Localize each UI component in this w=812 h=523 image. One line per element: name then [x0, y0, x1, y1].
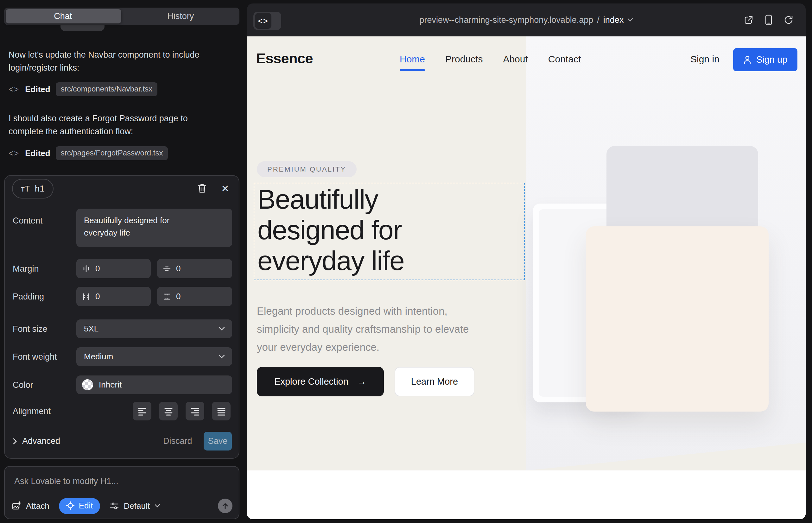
decor-card-cream [586, 227, 769, 412]
arrow-right-icon: → [357, 376, 366, 387]
font-size-label: Font size [13, 324, 48, 334]
content-label: Content [13, 216, 43, 226]
mode-select[interactable]: Default [110, 501, 160, 511]
close-icon: ✕ [221, 183, 229, 194]
hero-paragraph: Elegant products designed with intention… [257, 302, 475, 356]
padding-x-value: 0 [95, 292, 100, 301]
nav-home[interactable]: Home [400, 54, 425, 65]
chat-history-tabbar: Chat History [4, 7, 240, 25]
composer-toolbar: Attach Edit [12, 497, 232, 515]
edited-file-row[interactable]: <> Edited src/pages/ForgotPassword.tsx [8, 146, 168, 160]
delete-element-button[interactable] [196, 183, 208, 194]
color-swatch-transparent[interactable] [82, 379, 93, 390]
edit-label: Edit [79, 501, 93, 511]
composer-placeholder[interactable]: Ask Lovable to modify H1... [14, 476, 119, 486]
target-icon [66, 501, 75, 510]
chevron-down-icon [155, 504, 160, 508]
learn-more-button[interactable]: Learn More [394, 367, 474, 396]
url-bar[interactable]: preview--charming-site-symphony.lovable.… [247, 3, 806, 36]
align-justify-icon [217, 407, 226, 416]
align-center-icon [164, 407, 173, 416]
save-button[interactable]: Save [204, 432, 232, 451]
sign-up-button[interactable]: Sign up [733, 48, 797, 71]
url-separator: / [597, 15, 600, 25]
mobile-view-button[interactable] [764, 15, 773, 25]
sign-up-label: Sign up [756, 54, 787, 65]
font-size-value: 5XL [84, 324, 99, 334]
chevron-down-icon [218, 354, 225, 359]
font-weight-select[interactable]: Medium [76, 347, 232, 366]
edited-file-row[interactable]: <> Edited src/components/Navbar.tsx [8, 82, 157, 96]
code-icon: <> [8, 149, 20, 158]
align-center-button[interactable] [159, 402, 178, 420]
margin-y-value: 0 [176, 264, 180, 273]
edited-file-chip[interactable]: src/pages/ForgotPassword.tsx [56, 146, 168, 160]
refresh-button[interactable] [783, 15, 794, 25]
attach-label: Attach [26, 501, 49, 511]
element-editor-panel: тT h1 ✕ Content Beautifully designed for… [4, 175, 240, 459]
selected-element-outline[interactable]: Beautifully designed for everyday life [254, 183, 525, 280]
edited-label: Edited [25, 148, 50, 158]
margin-label: Margin [13, 264, 39, 274]
attach-image-icon [12, 501, 21, 511]
explore-label: Explore Collection [274, 376, 348, 387]
alignment-label: Alignment [13, 407, 51, 416]
chat-composer[interactable]: Ask Lovable to modify H1... Attach [4, 466, 240, 519]
tab-history[interactable]: History [122, 7, 240, 25]
close-panel-button[interactable]: ✕ [219, 183, 231, 194]
edit-mode-button[interactable]: Edit [59, 498, 100, 514]
arrow-up-icon [222, 502, 229, 510]
nav-about[interactable]: About [503, 54, 528, 65]
tab-chat[interactable]: Chat [4, 7, 122, 25]
align-right-button[interactable] [186, 402, 204, 420]
discard-button[interactable]: Discard [163, 432, 192, 451]
font-weight-value: Medium [84, 352, 113, 362]
margin-vertical-icon [163, 265, 171, 273]
padding-x-input[interactable]: 0 [76, 287, 151, 306]
sign-in-link[interactable]: Sign in [690, 54, 720, 65]
attach-button[interactable]: Attach [12, 501, 49, 511]
hero-headline[interactable]: Beautifully designed for everyday life [258, 184, 479, 276]
nav-products[interactable]: Products [445, 54, 483, 65]
chat-sidebar: Chat History Now let's update the Navbar… [0, 0, 247, 523]
align-right-icon [191, 407, 199, 416]
tab-history-label: History [167, 12, 194, 21]
mode-label: Default [124, 501, 150, 511]
selected-element-tag: h1 [35, 184, 45, 194]
margin-x-input[interactable]: 0 [76, 259, 151, 278]
padding-vertical-icon [163, 292, 171, 301]
edited-label: Edited [25, 85, 50, 94]
app-window: Chat History Now let's update the Navbar… [0, 0, 812, 523]
margin-x-value: 0 [95, 264, 100, 273]
padding-y-input[interactable]: 0 [157, 287, 232, 306]
chevron-right-icon [13, 438, 17, 445]
learn-more-label: Learn More [411, 376, 458, 387]
align-justify-button[interactable] [212, 402, 231, 420]
sliders-icon [110, 502, 119, 510]
site-nav: Home Products About Contact [400, 54, 581, 65]
selected-element-badge[interactable]: тT h1 [12, 179, 54, 198]
site-logo[interactable]: Essence [256, 50, 313, 67]
advanced-label: Advanced [22, 436, 60, 446]
code-icon: <> [8, 85, 20, 94]
nav-contact[interactable]: Contact [548, 54, 581, 65]
advanced-toggle[interactable]: Advanced [13, 432, 60, 451]
edited-file-chip[interactable]: src/components/Navbar.tsx [56, 82, 157, 96]
open-external-button[interactable] [744, 15, 754, 25]
discard-label: Discard [163, 436, 192, 446]
browser-actions [744, 3, 794, 36]
explore-collection-button[interactable]: Explore Collection → [257, 367, 384, 396]
color-input[interactable]: Inherit [76, 376, 232, 394]
margin-y-input[interactable]: 0 [157, 259, 232, 278]
assistant-message: Now let's update the Navbar component to… [8, 49, 207, 74]
content-input[interactable]: Beautifully designed for everyday life [76, 209, 232, 247]
align-left-button[interactable] [133, 402, 152, 420]
user-icon [743, 55, 752, 64]
premium-quality-badge: PREMIUM QUALITY [257, 161, 357, 177]
padding-horizontal-icon [82, 292, 90, 301]
preview-browser: <> preview--charming-site-symphony.lovab… [247, 3, 806, 519]
padding-label: Padding [13, 292, 44, 302]
site-viewport: Essence Home Products About Contact Sign… [247, 36, 806, 519]
send-button[interactable] [218, 499, 232, 513]
font-size-select[interactable]: 5XL [76, 320, 232, 338]
